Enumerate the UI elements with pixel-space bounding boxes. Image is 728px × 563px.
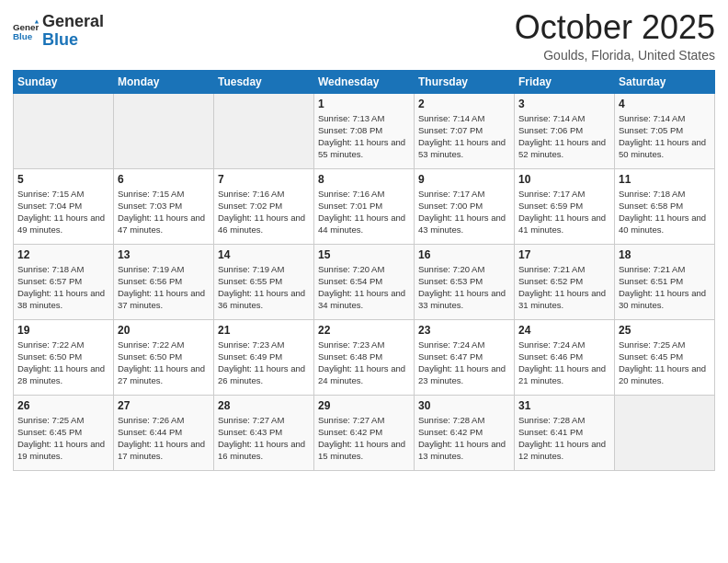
weekday-header-sunday: Sunday xyxy=(14,70,114,93)
calendar-cell: 21Sunrise: 7:23 AM Sunset: 6:49 PM Dayli… xyxy=(214,319,314,395)
day-info: Sunrise: 7:19 AM Sunset: 6:56 PM Dayligh… xyxy=(118,263,210,312)
calendar-cell: 4Sunrise: 7:14 AM Sunset: 7:05 PM Daylig… xyxy=(615,93,715,168)
day-info: Sunrise: 7:28 AM Sunset: 6:41 PM Dayligh… xyxy=(518,414,610,463)
calendar-cell xyxy=(615,395,715,470)
day-number: 31 xyxy=(518,399,610,412)
calendar-cell xyxy=(14,93,114,168)
day-info: Sunrise: 7:24 AM Sunset: 6:47 PM Dayligh… xyxy=(418,339,510,387)
calendar-table: SundayMondayTuesdayWednesdayThursdayFrid… xyxy=(13,70,715,471)
calendar-cell: 30Sunrise: 7:28 AM Sunset: 6:42 PM Dayli… xyxy=(415,395,515,470)
day-info: Sunrise: 7:23 AM Sunset: 6:48 PM Dayligh… xyxy=(318,339,410,387)
calendar-cell: 5Sunrise: 7:15 AM Sunset: 7:04 PM Daylig… xyxy=(14,168,114,244)
day-number: 8 xyxy=(318,173,410,186)
day-number: 26 xyxy=(17,399,109,412)
day-number: 12 xyxy=(17,248,109,261)
calendar-cell xyxy=(214,93,314,168)
day-info: Sunrise: 7:24 AM Sunset: 6:46 PM Dayligh… xyxy=(518,339,610,387)
calendar-cell: 13Sunrise: 7:19 AM Sunset: 6:56 PM Dayli… xyxy=(114,244,214,319)
calendar-cell: 6Sunrise: 7:15 AM Sunset: 7:03 PM Daylig… xyxy=(114,168,214,244)
day-number: 5 xyxy=(17,173,109,186)
calendar-cell: 11Sunrise: 7:18 AM Sunset: 6:58 PM Dayli… xyxy=(615,168,715,244)
location: Goulds, Florida, United States xyxy=(515,48,715,63)
day-number: 15 xyxy=(318,248,410,261)
day-number: 25 xyxy=(619,324,711,337)
calendar-cell: 22Sunrise: 7:23 AM Sunset: 6:48 PM Dayli… xyxy=(314,319,415,395)
calendar-week-2: 5Sunrise: 7:15 AM Sunset: 7:04 PM Daylig… xyxy=(14,168,715,244)
day-number: 11 xyxy=(619,173,711,186)
calendar-body: 1Sunrise: 7:13 AM Sunset: 7:08 PM Daylig… xyxy=(14,93,715,470)
day-info: Sunrise: 7:23 AM Sunset: 6:49 PM Dayligh… xyxy=(218,339,310,387)
day-number: 14 xyxy=(218,248,310,261)
day-number: 7 xyxy=(218,173,310,186)
day-number: 22 xyxy=(318,324,410,337)
calendar-cell: 7Sunrise: 7:16 AM Sunset: 7:02 PM Daylig… xyxy=(214,168,314,244)
calendar-cell: 26Sunrise: 7:25 AM Sunset: 6:45 PM Dayli… xyxy=(14,395,114,470)
weekday-header-monday: Monday xyxy=(114,70,214,93)
day-info: Sunrise: 7:18 AM Sunset: 6:57 PM Dayligh… xyxy=(17,263,109,312)
day-number: 13 xyxy=(118,248,210,261)
day-info: Sunrise: 7:13 AM Sunset: 7:08 PM Dayligh… xyxy=(318,112,410,161)
calendar-cell: 28Sunrise: 7:27 AM Sunset: 6:43 PM Dayli… xyxy=(214,395,314,470)
calendar-cell: 17Sunrise: 7:21 AM Sunset: 6:52 PM Dayli… xyxy=(515,244,615,319)
calendar-cell xyxy=(114,93,214,168)
calendar-cell: 23Sunrise: 7:24 AM Sunset: 6:47 PM Dayli… xyxy=(415,319,515,395)
day-number: 9 xyxy=(418,173,510,186)
calendar-cell: 10Sunrise: 7:17 AM Sunset: 6:59 PM Dayli… xyxy=(515,168,615,244)
calendar-header: SundayMondayTuesdayWednesdayThursdayFrid… xyxy=(14,70,715,93)
day-info: Sunrise: 7:28 AM Sunset: 6:42 PM Dayligh… xyxy=(418,414,510,463)
day-info: Sunrise: 7:17 AM Sunset: 6:59 PM Dayligh… xyxy=(518,188,610,236)
day-number: 16 xyxy=(418,248,510,261)
day-number: 28 xyxy=(218,399,310,412)
calendar-week-4: 19Sunrise: 7:22 AM Sunset: 6:50 PM Dayli… xyxy=(14,319,715,395)
day-number: 19 xyxy=(17,324,109,337)
weekday-header-thursday: Thursday xyxy=(415,70,515,93)
day-number: 21 xyxy=(218,324,310,337)
calendar-cell: 14Sunrise: 7:19 AM Sunset: 6:55 PM Dayli… xyxy=(214,244,314,319)
day-info: Sunrise: 7:14 AM Sunset: 7:07 PM Dayligh… xyxy=(418,112,510,161)
weekday-header-row: SundayMondayTuesdayWednesdayThursdayFrid… xyxy=(14,70,715,93)
weekday-header-wednesday: Wednesday xyxy=(314,70,415,93)
day-info: Sunrise: 7:21 AM Sunset: 6:52 PM Dayligh… xyxy=(518,263,610,312)
logo-icon: General Blue xyxy=(13,18,39,44)
day-number: 3 xyxy=(518,98,610,110)
calendar-cell: 8Sunrise: 7:16 AM Sunset: 7:01 PM Daylig… xyxy=(314,168,415,244)
day-info: Sunrise: 7:16 AM Sunset: 7:01 PM Dayligh… xyxy=(318,188,410,236)
day-info: Sunrise: 7:20 AM Sunset: 6:53 PM Dayligh… xyxy=(418,263,510,312)
calendar-cell: 27Sunrise: 7:26 AM Sunset: 6:44 PM Dayli… xyxy=(114,395,214,470)
calendar-cell: 19Sunrise: 7:22 AM Sunset: 6:50 PM Dayli… xyxy=(14,319,114,395)
day-info: Sunrise: 7:25 AM Sunset: 6:45 PM Dayligh… xyxy=(619,339,711,387)
calendar-cell: 9Sunrise: 7:17 AM Sunset: 7:00 PM Daylig… xyxy=(415,168,515,244)
day-number: 10 xyxy=(518,173,610,186)
day-info: Sunrise: 7:15 AM Sunset: 7:03 PM Dayligh… xyxy=(118,188,210,236)
day-number: 2 xyxy=(418,98,510,110)
day-info: Sunrise: 7:22 AM Sunset: 6:50 PM Dayligh… xyxy=(118,339,210,387)
page-container: General Blue General Blue October 2025 G… xyxy=(0,0,728,480)
day-info: Sunrise: 7:18 AM Sunset: 6:58 PM Dayligh… xyxy=(619,188,711,236)
calendar-cell: 24Sunrise: 7:24 AM Sunset: 6:46 PM Dayli… xyxy=(515,319,615,395)
title-block: October 2025 Goulds, Florida, United Sta… xyxy=(515,9,715,63)
day-info: Sunrise: 7:16 AM Sunset: 7:02 PM Dayligh… xyxy=(218,188,310,236)
svg-text:Blue: Blue xyxy=(13,31,33,41)
calendar-cell: 1Sunrise: 7:13 AM Sunset: 7:08 PM Daylig… xyxy=(314,93,415,168)
day-number: 6 xyxy=(118,173,210,186)
day-number: 27 xyxy=(118,399,210,412)
day-number: 23 xyxy=(418,324,510,337)
day-number: 30 xyxy=(418,399,510,412)
day-info: Sunrise: 7:20 AM Sunset: 6:54 PM Dayligh… xyxy=(318,263,410,312)
calendar-cell: 2Sunrise: 7:14 AM Sunset: 7:07 PM Daylig… xyxy=(415,93,515,168)
day-info: Sunrise: 7:15 AM Sunset: 7:04 PM Dayligh… xyxy=(17,188,109,236)
day-info: Sunrise: 7:22 AM Sunset: 6:50 PM Dayligh… xyxy=(17,339,109,387)
day-number: 18 xyxy=(619,248,711,261)
day-number: 24 xyxy=(518,324,610,337)
calendar-cell: 12Sunrise: 7:18 AM Sunset: 6:57 PM Dayli… xyxy=(14,244,114,319)
page-header: General Blue General Blue October 2025 G… xyxy=(13,9,715,63)
calendar-cell: 31Sunrise: 7:28 AM Sunset: 6:41 PM Dayli… xyxy=(515,395,615,470)
calendar-cell: 29Sunrise: 7:27 AM Sunset: 6:42 PM Dayli… xyxy=(314,395,415,470)
day-info: Sunrise: 7:17 AM Sunset: 7:00 PM Dayligh… xyxy=(418,188,510,236)
day-number: 1 xyxy=(318,98,410,110)
day-number: 29 xyxy=(318,399,410,412)
day-number: 17 xyxy=(518,248,610,261)
calendar-cell: 16Sunrise: 7:20 AM Sunset: 6:53 PM Dayli… xyxy=(415,244,515,319)
calendar-cell: 3Sunrise: 7:14 AM Sunset: 7:06 PM Daylig… xyxy=(515,93,615,168)
day-info: Sunrise: 7:14 AM Sunset: 7:06 PM Dayligh… xyxy=(518,112,610,161)
